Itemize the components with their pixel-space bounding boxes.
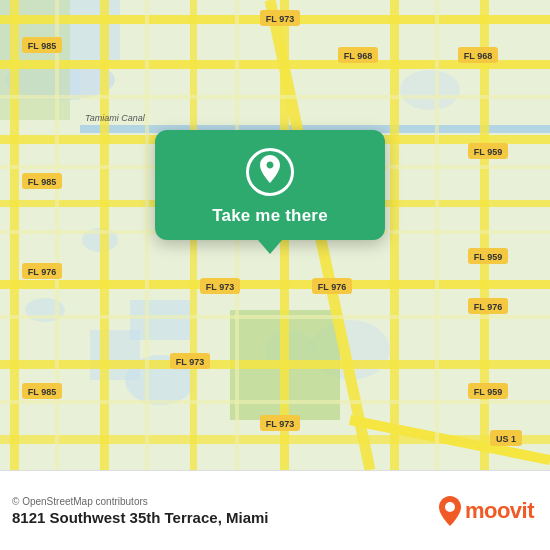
map-container: FL 985 FL 973 FL 968 FL 968 FL 959 FL 95… [0, 0, 550, 470]
svg-rect-37 [0, 315, 550, 319]
address-section: © OpenStreetMap contributors 8121 Southw… [12, 496, 269, 526]
svg-rect-20 [0, 360, 550, 369]
moovit-logo: moovit [439, 496, 534, 526]
svg-text:FL 959: FL 959 [474, 252, 502, 262]
svg-rect-29 [480, 0, 489, 470]
svg-text:FL 976: FL 976 [474, 302, 502, 312]
svg-text:FL 959: FL 959 [474, 387, 502, 397]
svg-text:FL 973: FL 973 [176, 357, 204, 367]
svg-rect-19 [0, 280, 550, 289]
svg-text:Tamiami Canal: Tamiami Canal [85, 113, 146, 123]
svg-rect-33 [435, 0, 439, 470]
svg-rect-23 [10, 0, 19, 470]
callout-label: Take me there [212, 206, 328, 226]
svg-text:FL 976: FL 976 [318, 282, 346, 292]
svg-text:US 1: US 1 [496, 434, 516, 444]
moovit-logo-text: moovit [465, 498, 534, 524]
svg-point-73 [445, 502, 455, 512]
address-text: 8121 Southwest 35th Terrace, Miami [12, 509, 269, 526]
svg-rect-31 [145, 0, 149, 470]
svg-rect-24 [100, 0, 109, 470]
svg-text:FL 985: FL 985 [28, 177, 56, 187]
svg-rect-38 [0, 400, 550, 404]
callout-card[interactable]: Take me there [155, 130, 385, 240]
svg-rect-28 [390, 0, 399, 470]
svg-rect-22 [0, 435, 550, 444]
svg-text:FL 973: FL 973 [266, 419, 294, 429]
location-pin-circle [246, 148, 294, 196]
svg-text:FL 985: FL 985 [28, 387, 56, 397]
svg-text:FL 968: FL 968 [464, 51, 492, 61]
bottom-bar: © OpenStreetMap contributors 8121 Southw… [0, 470, 550, 550]
svg-text:FL 973: FL 973 [206, 282, 234, 292]
moovit-pin-icon [439, 496, 461, 526]
location-pin-icon [256, 155, 284, 189]
svg-text:FL 973: FL 973 [266, 14, 294, 24]
svg-point-9 [400, 70, 460, 110]
svg-text:FL 968: FL 968 [344, 51, 372, 61]
svg-text:FL 976: FL 976 [28, 267, 56, 277]
svg-rect-30 [55, 0, 59, 470]
copyright-text: © OpenStreetMap contributors [12, 496, 269, 507]
svg-rect-34 [0, 95, 550, 99]
svg-text:FL 985: FL 985 [28, 41, 56, 51]
svg-text:FL 959: FL 959 [474, 147, 502, 157]
